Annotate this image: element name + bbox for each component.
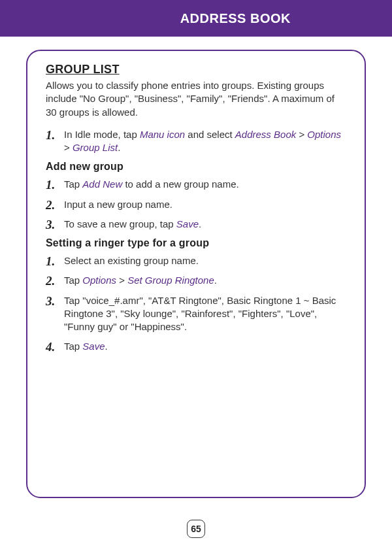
step-text: Tap Options > Set Group Ringtone. <box>64 275 217 286</box>
page-header: ADDRESS BOOK <box>0 0 392 37</box>
step-num: 1. <box>46 177 55 193</box>
add-new-steps: 1. Tap Add New to add a new group name. … <box>46 178 346 231</box>
ui-term: Set Group Ringtone <box>127 275 214 286</box>
panel-wrap: GROUP LIST Allows you to classify phone … <box>0 37 392 498</box>
step-num: 2. <box>46 197 55 214</box>
step-item: 4. Tap Save. <box>46 340 346 353</box>
step-item: 3. Tap "voice_#.amr", "AT&T Ringtone", B… <box>46 294 346 334</box>
ui-term: Address Book <box>235 129 296 140</box>
step-num: 2. <box>46 273 55 290</box>
step-text: Tap "voice_#.amr", "AT&T Ringtone", Basi… <box>64 295 336 333</box>
section-intro: Allows you to classify phone entries int… <box>46 79 346 119</box>
top-steps: 1. In Idle mode, tap Manu icon and selec… <box>46 128 346 155</box>
ui-term: Group List <box>73 142 118 153</box>
step-num: 3. <box>46 216 55 233</box>
page-number: 65 <box>187 520 205 538</box>
ui-term: Save <box>82 341 105 352</box>
step-item: 2. Input a new group name. <box>46 198 346 211</box>
step-text: Tap Save. <box>64 341 108 352</box>
step-text: Tap Add New to add a new group name. <box>64 178 239 190</box>
step-text: In Idle mode, tap Manu icon and select A… <box>64 129 341 153</box>
header-title: ADDRESS BOOK <box>180 11 291 25</box>
subhead-add-new: Add new group <box>46 161 346 173</box>
ringer-steps: 1. Select an existing group name. 2. Tap… <box>46 254 346 354</box>
step-num: 3. <box>46 293 55 310</box>
step-text: Input a new group name. <box>64 199 172 210</box>
subhead-ringer: Setting a ringer type for a group <box>46 237 346 249</box>
step-text: To save a new group, tap Save. <box>64 218 201 229</box>
step-item: 1. Tap Add New to add a new group name. <box>46 178 346 191</box>
ui-term: Options <box>82 275 116 286</box>
step-num: 1. <box>46 253 55 270</box>
step-item: 1. Select an existing group name. <box>46 254 346 267</box>
step-item: 1. In Idle mode, tap Manu icon and selec… <box>46 128 346 155</box>
ui-term: Manu icon <box>140 129 185 140</box>
section-title: GROUP LIST <box>46 63 346 76</box>
step-item: 2. Tap Options > Set Group Ringtone. <box>46 274 346 287</box>
ui-term: Options <box>307 129 341 140</box>
step-item: 3. To save a new group, tap Save. <box>46 218 346 231</box>
content-panel: GROUP LIST Allows you to classify phone … <box>26 50 366 498</box>
step-num: 1. <box>46 127 55 144</box>
ui-term: Add New <box>82 178 122 190</box>
ui-term: Save <box>176 218 199 229</box>
step-text: Select an existing group name. <box>64 255 199 266</box>
step-num: 4. <box>46 339 55 356</box>
